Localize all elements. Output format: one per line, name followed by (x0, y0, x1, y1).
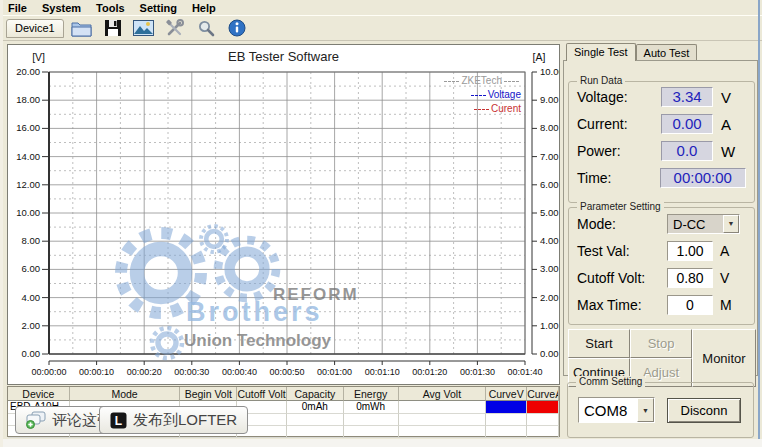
curve-a-swatch (527, 401, 559, 414)
device-tab[interactable]: Device1 (6, 19, 64, 38)
com-port-select[interactable]: COM8 ▼ (578, 397, 655, 423)
test-val-input[interactable]: 1.00 (667, 241, 713, 261)
legend-dash (504, 81, 519, 82)
col-header-capacity: Capacity (287, 387, 344, 401)
svg-text:00:00:30: 00:00:30 (174, 367, 209, 377)
col-header-curvev: CurveV (486, 387, 527, 401)
svg-text:0.00: 0.00 (22, 348, 41, 359)
svg-text:00:01:30: 00:01:30 (460, 367, 495, 377)
mode-select[interactable]: D-CC ▼ (667, 214, 740, 234)
svg-text:00:00:00: 00:00:00 (31, 367, 66, 377)
current-unit: A (721, 116, 731, 133)
menu-file[interactable]: File (8, 2, 27, 14)
voltage-value: 3.34 (661, 87, 713, 107)
chevron-down-icon[interactable]: ▼ (637, 398, 654, 422)
cell (287, 426, 344, 438)
cell: 0mAh (287, 401, 344, 414)
menu-bar: FileSystemToolsSettingHelp (3, 0, 762, 15)
tab-single-test[interactable]: Single Test (566, 43, 636, 61)
chart-title: EB Tester Software (8, 49, 559, 64)
comm-setting-group-label: Comm Setting (576, 376, 645, 387)
tab-auto-test[interactable]: Auto Test (636, 44, 698, 61)
monitor-button[interactable]: Monitor (692, 329, 756, 387)
svg-text:14.00: 14.00 (16, 151, 40, 162)
svg-text:00:00:20: 00:00:20 (127, 367, 162, 377)
disconnect-button[interactable]: Disconn (667, 398, 741, 423)
legend-label: Curent (491, 103, 521, 114)
speech-bubbles-icon (26, 411, 46, 429)
max-time-unit: M (720, 297, 732, 313)
svg-text:20.00: 20.00 (16, 66, 40, 77)
param-row-cutoff-volt: Cutoff Volt:0.80V (577, 266, 754, 289)
col-header-cutoff-volt: Cutoff Volt (237, 387, 287, 401)
cell (344, 426, 399, 438)
info-icon[interactable] (225, 17, 249, 39)
svg-text:00:00:40: 00:00:40 (222, 367, 257, 377)
menu-tools[interactable]: Tools (96, 2, 125, 14)
svg-text:5.00: 5.00 (540, 207, 559, 218)
svg-text:3.00: 3.00 (540, 263, 559, 274)
cutoff-volt-label: Cutoff Volt: (577, 270, 667, 286)
menu-setting[interactable]: Setting (140, 2, 177, 14)
open-folder-icon[interactable] (70, 17, 94, 39)
mode-row: Mode: D-CC ▼ (577, 212, 754, 235)
side-panel: Single Test Auto Test Run Data Voltage:3… (563, 44, 759, 442)
image-export-icon[interactable] (132, 17, 156, 39)
test-val-label: Test Val: (577, 243, 667, 259)
run-data-group: Run Data Voltage:3.34VCurrent:0.00APower… (568, 81, 755, 203)
cell (486, 426, 527, 438)
svg-text:4.00: 4.00 (22, 292, 41, 303)
cell (527, 426, 559, 438)
info-icon-svg (228, 19, 246, 37)
image-export-icon-svg (133, 20, 154, 36)
svg-text:8.00: 8.00 (22, 235, 41, 246)
app-window: FileSystemToolsSettingHelp Device1 20.00… (0, 0, 762, 447)
svg-text:1.00: 1.00 (540, 320, 559, 331)
col-header-mode: Mode (70, 387, 181, 401)
svg-text:6.00: 6.00 (22, 263, 41, 274)
legend-dash (444, 81, 459, 82)
time-value: 00:00:00 (660, 168, 746, 188)
cell (486, 414, 527, 426)
save-icon[interactable] (101, 17, 125, 39)
tools-icon-svg (165, 19, 184, 37)
col-header-curvea: CurveA (527, 387, 559, 401)
results-header-row: DeviceModeBegin VoltCutoff VoltCapacityE… (8, 387, 559, 401)
comm-setting-controls: COM8 ▼ Disconn (578, 397, 741, 423)
menu-help[interactable]: Help (192, 2, 216, 14)
time-label: Time: (577, 170, 660, 186)
lofter-overlay-label: 发布到LOFTER (133, 411, 237, 430)
cell (344, 414, 399, 426)
start-button[interactable]: Start (568, 329, 630, 358)
curve-v-swatch (486, 401, 527, 414)
col-header-avg-volt: Avg Volt (399, 387, 487, 401)
run-data-group-label: Run Data (577, 75, 625, 86)
com-port-value: COM8 (579, 398, 637, 422)
legend-dash (471, 95, 486, 96)
power-value: 0.0 (661, 141, 713, 161)
menu-system[interactable]: System (42, 2, 81, 14)
chevron-down-icon[interactable]: ▼ (723, 215, 739, 233)
col-header-device: Device (8, 387, 70, 401)
chart-legend: ZKETechVoltageCurent (442, 74, 521, 116)
lofter-overlay-button[interactable]: L 发布到LOFTER (99, 406, 248, 434)
cell (399, 401, 487, 414)
search-icon[interactable] (194, 17, 218, 39)
run-row-time: Time:00:00:00 (577, 166, 754, 190)
svg-text:4.00: 4.00 (540, 235, 559, 246)
col-header-energy: Energy (344, 387, 399, 401)
chart-panel: 20.0018.0016.0014.0012.0010.008.006.004.… (7, 44, 560, 385)
cell (287, 414, 344, 426)
svg-text:6.00: 6.00 (540, 179, 559, 190)
tools-icon[interactable] (163, 17, 187, 39)
svg-text:0.00: 0.00 (540, 348, 559, 359)
test-tabs: Single Test Auto Test (566, 44, 697, 61)
cutoff-volt-input[interactable]: 0.80 (667, 268, 713, 288)
stop-button[interactable]: Stop (630, 329, 692, 358)
max-time-input[interactable]: 0 (667, 295, 713, 315)
save-icon-svg (104, 19, 122, 37)
run-row-voltage: Voltage:3.34V (577, 85, 754, 109)
legend-label: ZKETech (461, 75, 502, 86)
svg-text:00:01:00: 00:01:00 (317, 367, 352, 377)
svg-text:16.00: 16.00 (16, 122, 40, 133)
